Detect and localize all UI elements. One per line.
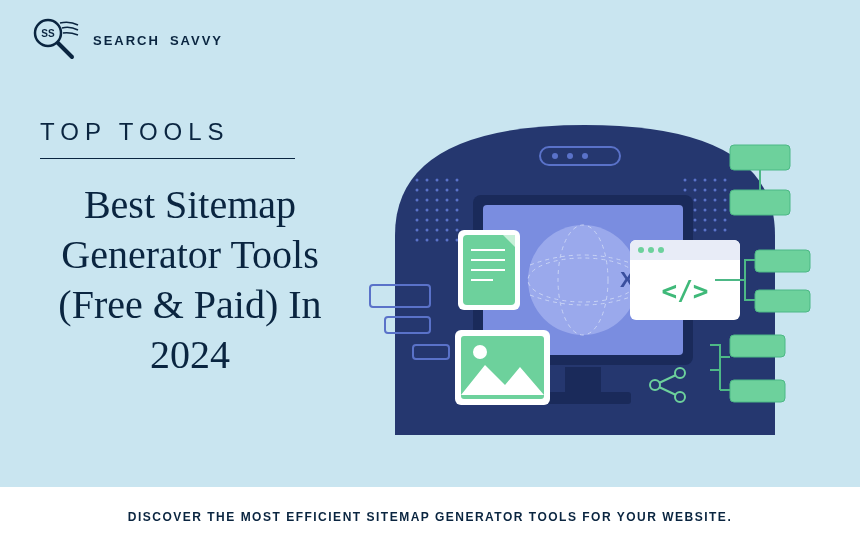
svg-rect-107 [755,290,810,312]
svg-point-25 [436,219,439,222]
svg-point-23 [416,219,419,222]
svg-point-44 [694,189,697,192]
svg-point-34 [426,239,429,242]
svg-point-69 [552,153,558,159]
svg-point-20 [436,209,439,212]
svg-point-41 [714,179,717,182]
svg-rect-94 [630,254,740,260]
svg-point-59 [694,219,697,222]
site-logo: SS SEARCHSAVVY [30,15,228,65]
svg-point-32 [456,229,459,232]
svg-point-31 [446,229,449,232]
page-title: Best Sitemap Generator Tools (Free & Pai… [40,180,340,380]
logo-text-right: SAVVY [170,33,223,48]
svg-point-55 [704,209,707,212]
category-label: TOP TOOLS [40,118,230,146]
svg-rect-74 [565,367,601,392]
svg-point-49 [694,199,697,202]
svg-point-7 [456,179,459,182]
svg-point-60 [704,219,707,222]
svg-point-45 [704,189,707,192]
svg-point-6 [446,179,449,182]
logo-text-left: SEARCH [93,33,160,48]
svg-point-4 [426,179,429,182]
svg-point-47 [724,189,727,192]
svg-point-3 [416,179,419,182]
svg-point-52 [724,199,727,202]
svg-point-97 [658,247,664,253]
svg-point-10 [436,189,439,192]
svg-point-5 [436,179,439,182]
svg-point-15 [436,199,439,202]
hero-illustration: XML </ [355,105,815,455]
svg-point-13 [416,199,419,202]
svg-point-24 [426,219,429,222]
svg-point-8 [416,189,419,192]
svg-point-17 [456,199,459,202]
svg-point-39 [694,179,697,182]
svg-rect-105 [730,190,790,215]
svg-rect-106 [755,250,810,272]
svg-point-61 [714,219,717,222]
svg-point-21 [446,209,449,212]
svg-point-54 [694,209,697,212]
svg-point-42 [724,179,727,182]
svg-point-46 [714,189,717,192]
svg-point-91 [473,345,487,359]
svg-point-22 [456,209,459,212]
footer-bar: DISCOVER THE MOST EFFICIENT SITEMAP GENE… [0,487,860,547]
svg-point-96 [648,247,654,253]
svg-point-12 [456,189,459,192]
svg-point-18 [416,209,419,212]
svg-point-35 [436,239,439,242]
svg-point-19 [426,209,429,212]
svg-line-2 [58,43,72,57]
svg-point-33 [416,239,419,242]
svg-text:SS: SS [41,28,55,39]
svg-point-36 [446,239,449,242]
svg-point-43 [684,189,687,192]
svg-point-28 [416,229,419,232]
svg-point-11 [446,189,449,192]
svg-point-95 [638,247,644,253]
svg-rect-104 [730,145,790,170]
svg-point-50 [704,199,707,202]
divider-line [40,158,295,159]
svg-point-51 [714,199,717,202]
svg-point-38 [684,179,687,182]
svg-point-101 [675,392,685,402]
image-icon [455,330,550,405]
footer-tagline: DISCOVER THE MOST EFFICIENT SITEMAP GENE… [128,510,732,524]
svg-point-9 [426,189,429,192]
svg-point-57 [724,209,727,212]
svg-point-66 [714,229,717,232]
logo-text: SEARCHSAVVY [88,33,228,48]
svg-point-99 [650,380,660,390]
svg-point-16 [446,199,449,202]
svg-rect-108 [730,335,785,357]
svg-point-65 [704,229,707,232]
svg-point-100 [675,368,685,378]
svg-point-70 [567,153,573,159]
svg-text:</>: </> [662,276,709,306]
svg-point-64 [694,229,697,232]
svg-point-30 [436,229,439,232]
svg-point-27 [456,219,459,222]
svg-point-62 [724,219,727,222]
svg-rect-109 [730,380,785,402]
document-icon [458,230,520,310]
svg-point-56 [714,209,717,212]
svg-point-29 [426,229,429,232]
svg-point-67 [724,229,727,232]
svg-point-40 [704,179,707,182]
svg-point-71 [582,153,588,159]
svg-point-26 [446,219,449,222]
magnifier-icon: SS [30,15,80,65]
svg-point-14 [426,199,429,202]
